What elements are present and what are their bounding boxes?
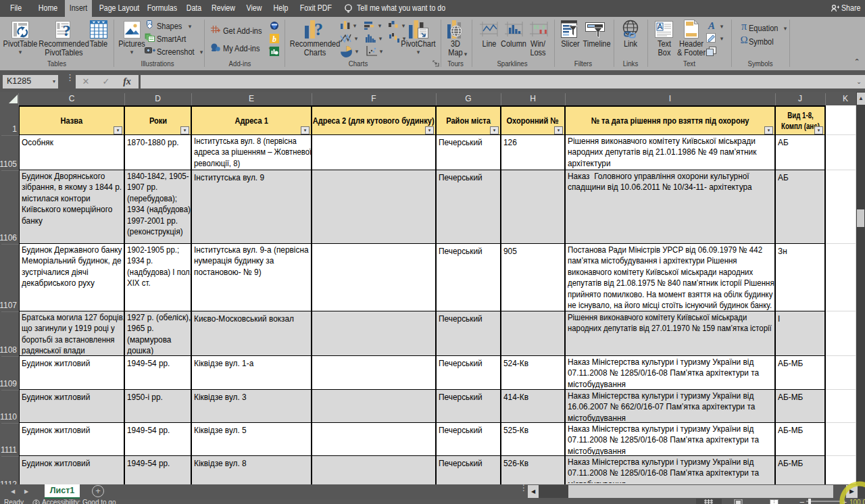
svg-text:π: π bbox=[741, 22, 747, 30]
svg-text:Ω: Ω bbox=[740, 35, 747, 44]
svg-text:?: ? bbox=[314, 20, 323, 39]
svg-text:b: b bbox=[272, 34, 276, 44]
svg-text:A: A bbox=[708, 21, 715, 30]
svg-text:?: ? bbox=[63, 22, 71, 39]
svg-text:A: A bbox=[658, 22, 663, 30]
